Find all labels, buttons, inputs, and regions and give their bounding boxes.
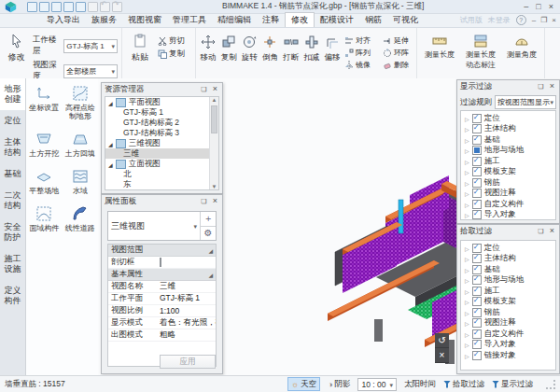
- filter-item[interactable]: 施工: [461, 286, 555, 297]
- print-icon[interactable]: [88, 2, 98, 12]
- checkbox[interactable]: [472, 275, 482, 285]
- measure-angle-button[interactable]: 测量角度: [503, 30, 540, 61]
- rotate-button[interactable]: 旋转: [241, 30, 258, 63]
- checkbox[interactable]: [472, 135, 482, 145]
- pick-filter-toggle[interactable]: 拾取过滤: [443, 379, 484, 390]
- expander-icon[interactable]: [465, 340, 469, 349]
- tool-level-site[interactable]: 平整场地: [26, 169, 63, 195]
- checkbox[interactable]: [472, 244, 482, 253]
- checkbox[interactable]: [472, 146, 482, 155]
- tool-linear-road[interactable]: 线性道路: [63, 206, 99, 232]
- tab-family-service[interactable]: 族服务: [86, 13, 122, 27]
- maximize-icon[interactable]: □: [536, 1, 540, 12]
- sky-toggle[interactable]: 天空: [287, 377, 320, 391]
- filter-item[interactable]: 基础: [461, 264, 555, 275]
- expander-icon[interactable]: [465, 254, 469, 263]
- modify-button[interactable]: 修改: [4, 30, 29, 63]
- filter-item[interactable]: 视图注释: [461, 318, 555, 329]
- checkbox[interactable]: [472, 340, 482, 349]
- pick-filter-titlebar[interactable]: 拾取过滤: [457, 225, 559, 237]
- expander-icon[interactable]: [465, 329, 469, 339]
- type-select[interactable]: 三维视图: [108, 212, 200, 240]
- expander-icon[interactable]: [108, 160, 113, 169]
- close-mini-toolbar-icon[interactable]: ×: [435, 348, 449, 363]
- checkbox[interactable]: [472, 329, 482, 339]
- filter-item[interactable]: 主体结构: [461, 254, 555, 265]
- tree-item-selected[interactable]: 三维: [105, 148, 218, 159]
- expander-icon[interactable]: [465, 318, 469, 328]
- resize-grip[interactable]: [546, 380, 555, 389]
- shadow-toggle[interactable]: 阴影: [328, 379, 350, 390]
- doc-restore-icon[interactable]: ❐: [540, 16, 547, 24]
- tree-item[interactable]: GTJ-结构标高 3: [105, 128, 218, 138]
- tree-group-plan-views[interactable]: 平面视图: [105, 97, 218, 107]
- filter-item[interactable]: 主体结构: [461, 124, 555, 135]
- scroll-up-icon[interactable]: ▲: [210, 97, 218, 103]
- expander-icon[interactable]: [465, 200, 469, 209]
- checkbox[interactable]: [472, 167, 482, 176]
- expander-icon[interactable]: [465, 244, 469, 253]
- type-settings-gear-icon[interactable]: ⚙: [201, 226, 216, 241]
- close-panel-icon[interactable]: [548, 82, 556, 91]
- tab-manage-tools[interactable]: 管理工具: [167, 13, 212, 27]
- float-panel-icon[interactable]: [537, 227, 545, 235]
- expander-icon[interactable]: [465, 157, 469, 166]
- checkbox[interactable]: [472, 114, 482, 123]
- filter-item[interactable]: 视图注释: [461, 189, 555, 200]
- filter-item[interactable]: 链接对象: [461, 350, 555, 361]
- apply-button[interactable]: 应用: [160, 355, 216, 369]
- measure-length-button[interactable]: 测量长度: [421, 30, 458, 61]
- login-label[interactable]: 未登录: [488, 15, 511, 25]
- float-panel-icon[interactable]: [200, 85, 208, 93]
- clip-box-checkbox[interactable]: [160, 258, 161, 267]
- properties-panel-titlebar[interactable]: 属性面板: [102, 195, 222, 207]
- tab-fine-edit[interactable]: 精细编辑: [212, 13, 257, 27]
- filter-item[interactable]: 定位: [461, 243, 555, 254]
- tab-modify[interactable]: 修改: [285, 12, 315, 27]
- resource-panel-titlebar[interactable]: 资源管理器: [102, 83, 222, 95]
- filter-item[interactable]: 钢筋: [461, 177, 555, 189]
- tree-item[interactable]: GTJ-结构标高 2: [105, 118, 218, 128]
- expander-icon[interactable]: [465, 351, 469, 360]
- checkbox[interactable]: [472, 124, 482, 133]
- export-icon[interactable]: [76, 2, 86, 12]
- expander-icon[interactable]: [465, 210, 469, 219]
- tree-item[interactable]: 北: [105, 169, 218, 179]
- filter-item[interactable]: 自定义构件: [461, 199, 555, 210]
- scroll-down-icon[interactable]: ▼: [210, 184, 218, 189]
- filter-item[interactable]: 钢筋: [461, 307, 555, 318]
- doc-minimize-icon[interactable]: –: [532, 16, 536, 24]
- checkbox[interactable]: [472, 351, 482, 360]
- close-panel-icon[interactable]: [548, 227, 556, 235]
- expander-icon[interactable]: [465, 265, 469, 274]
- sun-time-select[interactable]: 10 : 00: [357, 378, 397, 391]
- save-icon[interactable]: [51, 2, 62, 12]
- scroll-thumb[interactable]: [211, 105, 217, 133]
- doc-close-icon[interactable]: ×: [552, 16, 556, 24]
- add-type-button[interactable]: ＋: [201, 212, 216, 226]
- tab-formwork-design[interactable]: 配模设计: [315, 13, 359, 27]
- tree-group-elevation-views[interactable]: 立面视图: [105, 159, 218, 169]
- filter-item[interactable]: 地形与场地: [461, 275, 555, 287]
- delete-button[interactable]: 删除: [383, 60, 413, 70]
- expander-icon[interactable]: [465, 297, 469, 306]
- orbit-icon[interactable]: ↺: [435, 333, 449, 348]
- tab-visualization[interactable]: 可视化: [387, 13, 424, 27]
- expander-icon[interactable]: [108, 139, 113, 148]
- paste-button[interactable]: 粘贴: [126, 30, 154, 63]
- mirror-button[interactable]: 镜像: [344, 60, 374, 70]
- checkbox[interactable]: [472, 265, 482, 274]
- filter-item[interactable]: 施工: [461, 156, 555, 167]
- tool-elevation-terrain[interactable]: 高程点绘制地形: [63, 86, 99, 120]
- checkbox[interactable]: [472, 297, 482, 306]
- open-file-icon[interactable]: [39, 2, 49, 12]
- sidebar-item-define-component[interactable]: 定义构件: [0, 280, 25, 312]
- close-icon[interactable]: ×: [549, 1, 553, 12]
- tool-water-area[interactable]: 水域: [63, 169, 99, 195]
- filter-item[interactable]: 模板支架: [461, 297, 555, 308]
- deduct-button[interactable]: 扣减: [303, 30, 320, 63]
- view-depth-select[interactable]: 全部楼层: [63, 64, 118, 78]
- filter-item[interactable]: 地形与场地: [461, 146, 555, 157]
- break-button[interactable]: 打断: [283, 30, 300, 63]
- expander-icon[interactable]: [465, 124, 469, 133]
